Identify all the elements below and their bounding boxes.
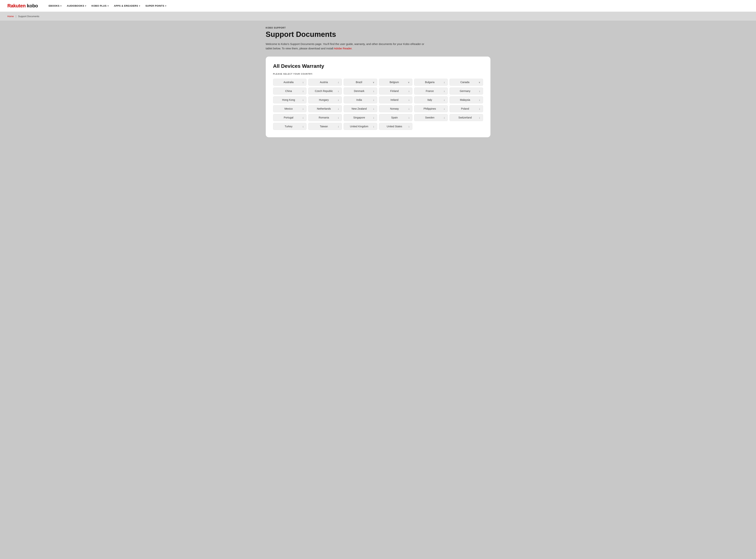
country-button[interactable]: Switzerland: [450, 114, 483, 121]
country-name: Poland: [452, 107, 478, 110]
logo-text: Rakuten kobo: [7, 3, 38, 9]
nav-ebooks[interactable]: eBOOKS ∨: [47, 3, 64, 9]
country-button[interactable]: India: [344, 96, 377, 103]
country-button[interactable]: United Kingdom: [344, 123, 377, 130]
country-button[interactable]: Netherlands: [308, 105, 342, 112]
chevron-down-icon: [479, 81, 480, 84]
download-icon: [338, 81, 339, 84]
chevron-down-icon: [408, 81, 410, 84]
audiobooks-chevron-icon: ∨: [85, 5, 86, 7]
main-nav: eBOOKS ∨ AUDIOBOOKS ∨ KOBO PLUS ∨ APPS &…: [47, 3, 168, 9]
country-button[interactable]: Singapore: [344, 114, 377, 121]
breadcrumb-separator: |: [16, 15, 16, 18]
download-icon: [338, 116, 339, 119]
country-button[interactable]: Taiwan: [308, 123, 342, 130]
country-button[interactable]: Austria: [308, 79, 342, 86]
download-icon: [408, 98, 410, 101]
nav-superpoints[interactable]: SUPER POINTS ∨: [143, 3, 168, 9]
country-name: United States: [382, 125, 407, 128]
nav-koboplus[interactable]: KOBO PLUS ∨: [90, 3, 111, 9]
download-icon: [373, 125, 374, 128]
country-button[interactable]: Spain: [379, 114, 413, 121]
download-icon: [302, 98, 304, 101]
adobe-reader-link[interactable]: Adobe Reader.: [334, 47, 352, 50]
download-icon: [444, 98, 445, 101]
country-button[interactable]: Romania: [308, 114, 342, 121]
country-button[interactable]: Finland: [379, 88, 413, 94]
country-button[interactable]: Australia: [273, 79, 307, 86]
country-name: Portugal: [276, 116, 301, 119]
breadcrumb: Home | Support Documents: [0, 12, 756, 21]
download-icon: [302, 125, 304, 128]
country-name: Australia: [276, 81, 301, 84]
country-button[interactable]: Mexico: [273, 105, 307, 112]
country-button[interactable]: Poland: [450, 105, 483, 112]
country-button[interactable]: Germany: [450, 88, 483, 94]
country-button[interactable]: Bulgaria: [414, 79, 448, 86]
download-icon: [373, 90, 374, 92]
country-button[interactable]: China: [273, 88, 307, 94]
country-name: Canada: [452, 81, 478, 84]
warranty-card: All Devices Warranty PLEASE SELECT YOUR …: [266, 57, 490, 137]
country-button[interactable]: Ireland: [379, 96, 413, 103]
country-button[interactable]: Belgium: [379, 79, 413, 86]
download-icon: [408, 107, 410, 110]
country-name: Netherlands: [311, 107, 337, 110]
country-button[interactable]: Hong Kong: [273, 96, 307, 103]
country-button[interactable]: Denmark: [344, 88, 377, 94]
country-button[interactable]: Hungary: [308, 96, 342, 103]
download-icon: [479, 90, 480, 92]
nav-audiobooks[interactable]: AUDIOBOOKS ∨: [65, 3, 88, 9]
country-button[interactable]: Sweden: [414, 114, 448, 121]
country-button[interactable]: Portugal: [273, 114, 307, 121]
country-button[interactable]: Canada: [450, 79, 483, 86]
country-button[interactable]: France: [414, 88, 448, 94]
site-header: Rakuten kobo eBOOKS ∨ AUDIOBOOKS ∨ KOBO …: [0, 0, 756, 12]
country-button[interactable]: Italy: [414, 96, 448, 103]
country-name: Switzerland: [452, 116, 478, 119]
country-name: Brazil: [346, 81, 372, 84]
country-name: Mexico: [276, 107, 301, 110]
country-button[interactable]: United States: [379, 123, 413, 130]
download-icon: [302, 90, 304, 92]
chevron-down-icon: [373, 81, 374, 84]
download-icon: [444, 107, 445, 110]
country-button[interactable]: Norway: [379, 105, 413, 112]
download-icon: [338, 90, 339, 92]
country-name: Turkey: [276, 125, 301, 128]
country-button[interactable]: New Zealand: [344, 105, 377, 112]
download-icon: [338, 98, 339, 101]
download-icon: [444, 81, 445, 84]
breadcrumb-current: Support Documents: [18, 15, 39, 18]
download-icon: [408, 116, 410, 119]
logo[interactable]: Rakuten kobo: [7, 3, 38, 9]
country-name: China: [276, 90, 301, 92]
download-icon: [479, 107, 480, 110]
country-button[interactable]: Brazil: [344, 79, 377, 86]
ebooks-chevron-icon: ∨: [60, 5, 62, 7]
breadcrumb-home-link[interactable]: Home: [7, 15, 14, 18]
country-name: Czech Republic: [311, 90, 337, 92]
country-name: Hungary: [311, 98, 337, 101]
country-button[interactable]: Malaysia: [450, 96, 483, 103]
country-button[interactable]: Czech Republic: [308, 88, 342, 94]
download-icon: [302, 81, 304, 84]
download-icon: [444, 90, 445, 92]
country-name: New Zealand: [346, 107, 372, 110]
select-country-label: PLEASE SELECT YOUR COUNTRY:: [273, 73, 483, 75]
country-button[interactable]: Philippines: [414, 105, 448, 112]
nav-apps[interactable]: APPS & eREADERS ∨: [112, 3, 142, 9]
country-name: Germany: [452, 90, 478, 92]
page-description: Welcome to Kobo's Support Documents page…: [266, 42, 432, 51]
country-name: Ireland: [382, 98, 407, 101]
download-icon: [408, 90, 410, 92]
country-name: Denmark: [346, 90, 372, 92]
card-title: All Devices Warranty: [273, 63, 483, 69]
country-name: Belgium: [382, 81, 407, 84]
download-icon: [373, 116, 374, 119]
country-name: Taiwan: [311, 125, 337, 128]
country-name: Malaysia: [452, 98, 478, 101]
country-name: Finland: [382, 90, 407, 92]
download-icon: [373, 98, 374, 101]
country-button[interactable]: Turkey: [273, 123, 307, 130]
